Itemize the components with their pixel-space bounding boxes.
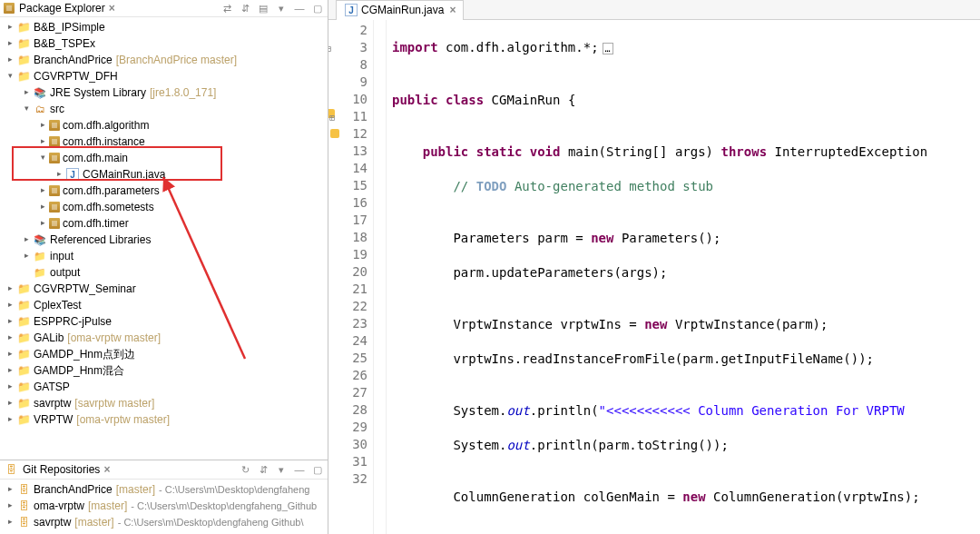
pkg-icon	[49, 153, 60, 163]
editor-tab-cgmainrun[interactable]: CGMainRun.java ×	[336, 0, 464, 20]
git-repos-tree[interactable]: BranchAndPrice [master] - C:\Users\m\Des…	[0, 480, 328, 534]
line-number: 14	[328, 160, 368, 177]
expand-arrow-icon[interactable]	[4, 38, 16, 47]
close-git-view-icon[interactable]: ×	[103, 463, 110, 476]
expand-arrow-icon[interactable]	[4, 349, 16, 358]
code-area[interactable]: import com.dfh.algorithm.*;… public clas…	[387, 20, 980, 534]
tree-node[interactable]: output	[0, 264, 328, 281]
tree-node[interactable]: com.dfh.sometests	[0, 199, 328, 215]
tree-node[interactable]: CGVRPTW_DFH	[0, 68, 328, 84]
line-number: 17	[328, 212, 368, 229]
expand-arrow-icon[interactable]	[4, 500, 16, 509]
expand-arrow-icon[interactable]	[20, 104, 33, 113]
tree-node[interactable]: VRPTW[oma-vrptw master]	[0, 411, 328, 428]
tree-node-tag: [oma-vrptw master]	[67, 331, 161, 344]
line-number: 32	[328, 470, 368, 488]
git-repo-node[interactable]: BranchAndPrice [master] - C:\Users\m\Des…	[0, 481, 328, 498]
project-icon	[16, 380, 31, 394]
tree-node[interactable]: savrptw[savrptw master]	[0, 395, 328, 411]
tree-node-label: com.dfh.instance	[63, 135, 145, 148]
expand-arrow-icon[interactable]	[4, 71, 16, 80]
view-menu-icon[interactable]: ▾	[275, 2, 288, 15]
tree-node[interactable]: com.dfh.parameters	[0, 183, 328, 199]
expand-arrow-icon[interactable]	[4, 22, 16, 31]
code-editor[interactable]: 2389101112131415161718192021222324252627…	[328, 20, 980, 534]
expand-arrow-icon[interactable]	[53, 169, 65, 178]
line-number-gutter: 2389101112131415161718192021222324252627…	[328, 20, 374, 534]
expand-arrow-icon[interactable]	[36, 120, 49, 129]
expand-arrow-icon[interactable]	[4, 316, 16, 325]
expand-arrow-icon[interactable]	[4, 54, 16, 64]
tree-node-label: Referenced Libraries	[50, 233, 151, 246]
tree-node[interactable]: B&B_IPSimple	[0, 19, 328, 35]
tree-node-label: JRE System Library	[50, 86, 146, 99]
expand-arrow-icon[interactable]	[4, 332, 16, 341]
expand-arrow-icon[interactable]	[4, 398, 16, 407]
expand-arrow-icon[interactable]	[4, 517, 16, 526]
collapse-all-icon[interactable]: ⇄	[220, 2, 233, 15]
tree-node[interactable]: ESPPRC-jPulse	[0, 313, 328, 330]
tree-node[interactable]: BranchAndPrice[BranchAndPrice master]	[0, 52, 328, 68]
link-editor-icon[interactable]: ⇵	[239, 2, 251, 15]
focus-icon[interactable]: ▤	[257, 2, 270, 15]
minimize-git-icon[interactable]: —	[293, 463, 306, 476]
expand-arrow-icon[interactable]	[36, 185, 49, 194]
tree-node[interactable]: GATSP	[0, 379, 328, 395]
line-number: 31	[328, 453, 368, 470]
tree-node[interactable]: B&B_TSPEx	[0, 35, 328, 52]
git-repo-node[interactable]: savrptw [master] - C:\Users\m\Desktop\de…	[0, 514, 328, 530]
repo-path: - C:\Users\m\Desktop\dengfaheng_Github	[131, 500, 317, 511]
tree-node-label: BranchAndPrice	[34, 54, 113, 66]
expand-arrow-icon[interactable]	[4, 484, 16, 493]
tree-node-tag: [BranchAndPrice master]	[116, 54, 237, 66]
project-icon	[16, 363, 31, 378]
git-refresh-icon[interactable]: ↻	[239, 463, 251, 476]
git-repo-node[interactable]: oma-vrptw [master] - C:\Users\m\Desktop\…	[0, 498, 328, 514]
tree-node-label: CGVRPTW_DFH	[34, 70, 118, 83]
expand-arrow-icon[interactable]	[36, 136, 49, 145]
line-number: 29	[328, 419, 368, 436]
expand-arrow-icon[interactable]	[36, 202, 49, 211]
close-view-icon[interactable]: ×	[109, 2, 115, 15]
project-icon	[16, 36, 31, 51]
line-number: 15	[328, 177, 368, 194]
line-number: 12	[328, 125, 368, 143]
tree-node[interactable]: GAMDP_Hnm混合	[0, 362, 328, 379]
git-repos-header: Git Repositories × ↻ ⇵ ▾ — ▢	[0, 460, 328, 480]
tree-node[interactable]: com.dfh.algorithm	[0, 117, 328, 134]
line-number: 24	[328, 332, 368, 350]
tree-node[interactable]: GALib[oma-vrptw master]	[0, 330, 328, 346]
tree-node[interactable]: com.dfh.main	[0, 150, 328, 166]
maximize-icon[interactable]: ▢	[311, 2, 324, 15]
maximize-git-icon[interactable]: ▢	[311, 463, 324, 476]
expand-arrow-icon[interactable]	[4, 414, 16, 423]
tree-node[interactable]: input	[0, 248, 328, 264]
tree-node[interactable]: JRE System Library[jre1.8.0_171]	[0, 84, 328, 101]
expand-arrow-icon[interactable]	[36, 153, 49, 162]
tree-node[interactable]: Referenced Libraries	[0, 232, 328, 248]
git-link-icon[interactable]: ⇵	[257, 463, 270, 476]
tree-node[interactable]: CGVRPTW_Seminar	[0, 281, 328, 297]
expand-arrow-icon[interactable]	[36, 218, 49, 227]
tree-node[interactable]: com.dfh.timer	[0, 215, 328, 232]
line-number: 8	[328, 56, 368, 74]
git-menu-icon[interactable]: ▾	[275, 463, 288, 476]
tree-node[interactable]: GAMDP_Hnm点到边	[0, 346, 328, 362]
tree-node[interactable]: CplexTest	[0, 297, 328, 313]
expand-arrow-icon[interactable]	[20, 234, 33, 243]
expand-arrow-icon[interactable]	[20, 87, 33, 96]
tree-node-label: VRPTW	[34, 413, 73, 426]
tree-node[interactable]: com.dfh.instance	[0, 134, 328, 150]
tree-node[interactable]: CGMainRun.java	[0, 166, 328, 183]
line-number: 16	[328, 194, 368, 212]
expand-arrow-icon[interactable]	[4, 381, 16, 391]
minimize-icon[interactable]: —	[293, 2, 306, 15]
package-explorer-tree[interactable]: B&B_IPSimpleB&B_TSPExBranchAndPrice[Bran…	[0, 17, 328, 460]
expand-arrow-icon[interactable]	[4, 283, 16, 292]
package-explorer-title: Package Explorer	[19, 2, 105, 15]
tree-node[interactable]: src	[0, 101, 328, 117]
expand-arrow-icon[interactable]	[4, 300, 16, 309]
close-tab-icon[interactable]: ×	[449, 4, 456, 16]
expand-arrow-icon[interactable]	[4, 365, 16, 374]
expand-arrow-icon[interactable]	[20, 251, 33, 260]
